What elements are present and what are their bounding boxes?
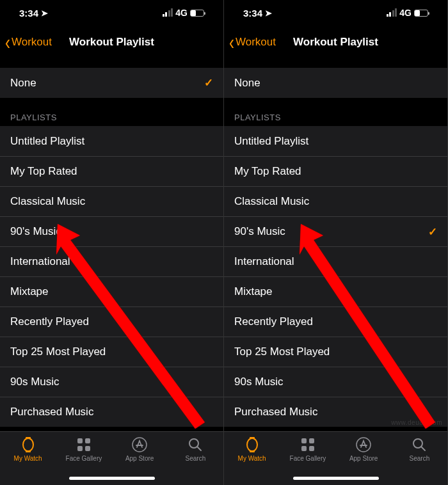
search-icon	[410, 436, 428, 454]
status-right: 4G	[163, 8, 204, 18]
status-left: 3:34 ➤	[243, 8, 272, 19]
status-time: 3:34	[19, 8, 38, 19]
none-label: None	[234, 77, 260, 90]
svg-rect-4	[85, 438, 90, 443]
svg-rect-13	[250, 450, 255, 452]
playlist-row[interactable]: Classical Music	[0, 186, 223, 216]
playlist-row[interactable]: Purchased Music	[0, 397, 223, 427]
battery-icon	[414, 10, 428, 17]
none-label: None	[10, 77, 36, 90]
playlist-row[interactable]: My Top Rated	[224, 156, 447, 186]
check-icon: ✓	[204, 76, 213, 90]
nav-bar: ‹ Workout Workout Playlist	[0, 28, 223, 56]
face-gallery-icon	[75, 436, 93, 454]
tab-label: Face Gallery	[66, 455, 102, 462]
tab-label: Search	[410, 455, 430, 462]
svg-rect-15	[309, 438, 314, 443]
signal-icon	[387, 10, 397, 17]
tab-label: App Store	[349, 455, 378, 462]
playlist-row[interactable]: Mixtape	[224, 276, 447, 306]
none-row[interactable]: None	[224, 68, 447, 98]
playlist-row[interactable]: Top 25 Most Played	[0, 337, 223, 367]
tab-label: My Watch	[14, 455, 42, 462]
nav-bar: ‹ Workout Workout Playlist	[224, 28, 447, 56]
home-indicator[interactable]	[293, 477, 379, 480]
watch-icon	[243, 436, 261, 454]
section-header: PLAYLISTS	[224, 98, 447, 126]
playlist-row[interactable]: Untitled Playlist	[224, 126, 447, 156]
search-icon	[186, 436, 204, 454]
tab-face-gallery[interactable]: Face Gallery	[284, 436, 332, 462]
playlist-row[interactable]: Recently Played	[224, 306, 447, 337]
playlist-row[interactable]: 90s Music	[224, 367, 447, 397]
svg-rect-16	[301, 446, 307, 451]
svg-rect-14	[301, 438, 307, 443]
playlist-row[interactable]: My Top Rated	[0, 156, 223, 186]
tab-face-gallery[interactable]: Face Gallery	[60, 436, 108, 462]
playlist-row[interactable]: International	[224, 246, 447, 276]
face-gallery-icon	[299, 436, 317, 454]
back-button[interactable]: ‹ Workout	[229, 33, 276, 51]
playlist-row[interactable]: Untitled Playlist	[0, 126, 223, 156]
svg-line-20	[421, 447, 425, 450]
playlist-row[interactable]: Recently Played	[0, 306, 223, 337]
chevron-left-icon: ‹	[5, 29, 10, 54]
playlist-list: None PLAYLISTS Untitled Playlist My Top …	[224, 56, 447, 431]
tab-search[interactable]: Search	[396, 436, 444, 462]
tab-my-watch[interactable]: My Watch	[4, 436, 52, 462]
watch-icon	[19, 436, 37, 454]
status-right: 4G	[387, 8, 428, 18]
svg-rect-5	[77, 446, 83, 451]
playlist-row[interactable]: Top 25 Most Played	[224, 337, 447, 367]
playlist-list: None ✓ PLAYLISTS Untitled Playlist My To…	[0, 56, 223, 431]
tab-label: My Watch	[238, 455, 266, 462]
location-icon: ➤	[41, 8, 48, 18]
status-time: 3:34	[243, 8, 262, 19]
network-label: 4G	[175, 8, 188, 18]
watermark: www.deuaq.com	[391, 419, 442, 426]
location-icon: ➤	[265, 8, 272, 18]
svg-rect-1	[26, 437, 31, 439]
status-bar: 3:34 ➤ 4G	[224, 0, 447, 28]
back-button[interactable]: ‹ Workout	[5, 33, 52, 51]
playlist-row[interactable]: 90s Music	[0, 367, 223, 397]
tab-bar: My Watch Face Gallery App Store Search	[224, 431, 447, 485]
signal-icon	[163, 10, 173, 17]
battery-icon	[190, 10, 204, 17]
tab-label: App Store	[125, 455, 154, 462]
svg-rect-12	[250, 437, 255, 439]
playlist-row[interactable]: Mixtape	[0, 276, 223, 306]
app-store-icon	[131, 436, 148, 454]
svg-rect-6	[85, 446, 90, 451]
tab-app-store[interactable]: App Store	[116, 436, 164, 462]
back-label: Workout	[12, 36, 52, 49]
playlist-row[interactable]: Classical Music	[224, 186, 447, 216]
status-left: 3:34 ➤	[19, 8, 48, 19]
playlist-row[interactable]: 90's Music	[0, 216, 223, 246]
screenshot-left: 3:34 ➤ 4G ‹ Workout Workout Playlist Non…	[0, 0, 224, 485]
svg-point-0	[23, 438, 33, 451]
svg-rect-3	[77, 438, 83, 443]
status-bar: 3:34 ➤ 4G	[0, 0, 223, 28]
network-label: 4G	[399, 8, 412, 18]
svg-rect-2	[26, 450, 31, 452]
back-label: Workout	[236, 36, 276, 49]
svg-rect-17	[309, 446, 314, 451]
svg-line-9	[197, 447, 201, 450]
tab-label: Search	[186, 455, 206, 462]
section-header: PLAYLISTS	[0, 98, 223, 126]
tab-bar: My Watch Face Gallery App Store Search	[0, 431, 223, 485]
none-row[interactable]: None ✓	[0, 68, 223, 98]
playlist-row[interactable]: International	[0, 246, 223, 276]
app-store-icon	[355, 436, 372, 454]
tab-label: Face Gallery	[290, 455, 326, 462]
check-icon: ✓	[428, 225, 437, 239]
screenshot-right: 3:34 ➤ 4G ‹ Workout Workout Playlist Non…	[224, 0, 448, 485]
tab-app-store[interactable]: App Store	[340, 436, 388, 462]
tab-search[interactable]: Search	[172, 436, 220, 462]
tab-my-watch[interactable]: My Watch	[228, 436, 276, 462]
playlist-row[interactable]: 90's Music ✓	[224, 216, 447, 246]
svg-point-11	[247, 438, 257, 451]
chevron-left-icon: ‹	[229, 29, 234, 54]
home-indicator[interactable]	[69, 477, 155, 480]
